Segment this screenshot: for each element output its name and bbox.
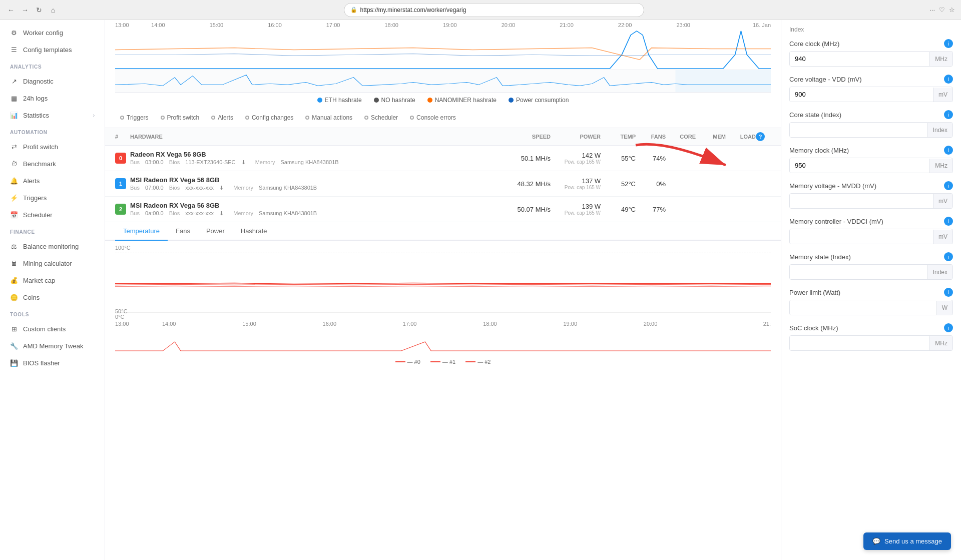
field-memory-controller-input[interactable] bbox=[790, 229, 933, 244]
help-icon[interactable]: ? bbox=[756, 132, 765, 141]
row-2-powcap: Pow. cap 165 W bbox=[551, 210, 601, 216]
row-2-details: Bus 0a:00.0 Bios xxx-xxx-xxx ⬇ Memory Sa… bbox=[130, 210, 501, 217]
browser-right-icons: ··· ♡ ☆ bbox=[929, 6, 955, 14]
row-2-power-val: 139 W bbox=[551, 203, 601, 210]
sidebar: ⚙ Worker config ☰ Config templates Analy… bbox=[0, 20, 105, 560]
sidebar-item-benchmark[interactable]: ⏱ Benchmark bbox=[0, 155, 105, 172]
table-row: 2 MSI Radeon RX Vega 56 8GB Bus 0a:00.0 … bbox=[105, 197, 781, 222]
tab-alerts[interactable]: Alerts bbox=[206, 112, 238, 124]
sidebar-item-triggers[interactable]: ⚡ Triggers bbox=[0, 189, 105, 206]
field-core-voltage-input-row: mV bbox=[789, 87, 953, 102]
tab-config-changes[interactable]: Config changes bbox=[240, 112, 298, 124]
home-button[interactable]: ⌂ bbox=[48, 5, 58, 15]
sidebar-item-24h-logs[interactable]: ▦ 24h logs bbox=[0, 90, 105, 107]
field-memory-state-info[interactable]: i bbox=[944, 252, 953, 261]
chat-button[interactable]: 💬 Send us a message bbox=[863, 532, 951, 550]
field-core-state-info[interactable]: i bbox=[944, 110, 953, 119]
sidebar-item-diagnostic[interactable]: ↗ Diagnostic bbox=[0, 73, 105, 90]
chart-legend: ETH hashrate NO hashrate NANOMINER hashr… bbox=[105, 93, 781, 108]
chat-icon: 💬 bbox=[872, 537, 880, 545]
row-2-power: 139 W Pow. cap 165 W bbox=[551, 203, 601, 216]
reload-button[interactable]: ↻ bbox=[34, 5, 44, 15]
field-core-voltage-input[interactable] bbox=[790, 87, 933, 102]
tab-hashrate[interactable]: Hashrate bbox=[233, 222, 275, 241]
field-core-voltage-info[interactable]: i bbox=[944, 75, 953, 84]
sidebar-item-profit-switch[interactable]: ⇄ Profit switch bbox=[0, 138, 105, 155]
table-row: 0 Radeon RX Vega 56 8GB Bus 03:00.0 Bios… bbox=[105, 146, 781, 171]
field-memory-voltage-info[interactable]: i bbox=[944, 181, 953, 190]
row-1-bios: xxx-xxx-xxx bbox=[185, 185, 214, 191]
temp-50c-label: 50°C bbox=[115, 308, 128, 314]
sidebar-item-coins[interactable]: 🪙 Coins bbox=[0, 289, 105, 306]
sidebar-item-worker-config[interactable]: ⚙ Worker config bbox=[0, 24, 105, 41]
row-2-fans: 77% bbox=[636, 206, 666, 213]
field-soc-clock-input[interactable] bbox=[790, 336, 929, 350]
tab-manual-actions[interactable]: Manual actions bbox=[300, 112, 357, 124]
sidebar-label-market-cap: Market cap bbox=[23, 277, 55, 284]
field-power-limit-info[interactable]: i bbox=[944, 288, 953, 297]
field-memory-voltage-label: Memory voltage - MVDD (mV) bbox=[789, 182, 876, 190]
field-memory-voltage: Memory voltage - MVDD (mV) i mV bbox=[789, 181, 953, 209]
sidebar-item-alerts[interactable]: 🔔 Alerts bbox=[0, 172, 105, 189]
tab-fans[interactable]: Fans bbox=[168, 222, 198, 241]
sidebar-label-bios: BIOS flasher bbox=[23, 359, 60, 367]
field-memory-clock-input[interactable] bbox=[790, 158, 929, 173]
no-hashrate-label: NO hashrate bbox=[381, 97, 415, 104]
back-button[interactable]: ← bbox=[6, 5, 16, 15]
tab-power[interactable]: Power bbox=[198, 222, 233, 241]
field-core-state: Core state (Index) i Index bbox=[789, 110, 953, 138]
mini-overview-chart bbox=[115, 70, 771, 93]
field-memory-clock-info[interactable]: i bbox=[944, 146, 953, 155]
field-memory-state-input[interactable] bbox=[790, 265, 927, 279]
col-mem-header: Mem bbox=[696, 134, 726, 140]
field-memory-controller-unit: mV bbox=[933, 230, 952, 244]
sidebar-item-statistics[interactable]: 📊 Statistics › bbox=[0, 107, 105, 124]
tab-profit-switch[interactable]: Profit switch bbox=[156, 112, 205, 124]
field-core-state-input-row: Index bbox=[789, 122, 953, 138]
bookmark-icon[interactable]: ♡ bbox=[939, 6, 945, 14]
amd-memory-icon: 🔧 bbox=[10, 342, 18, 350]
extensions-icon[interactable]: ··· bbox=[929, 6, 935, 14]
field-core-clock-input[interactable] bbox=[790, 52, 929, 66]
star-icon[interactable]: ☆ bbox=[949, 6, 955, 14]
col-load-header: Load bbox=[726, 134, 756, 140]
row-2-flash-icon[interactable]: ⬇ bbox=[219, 210, 224, 216]
temp-chart: 50°C bbox=[115, 253, 771, 313]
field-soc-clock-info[interactable]: i bbox=[944, 323, 953, 332]
tab-label-scheduler: Scheduler bbox=[371, 114, 398, 121]
tab-label-config-changes: Config changes bbox=[252, 114, 293, 121]
url-bar[interactable]: 🔒 https://my.minerstat.com/worker/vegari… bbox=[344, 3, 644, 17]
field-memory-voltage-input[interactable] bbox=[790, 194, 933, 208]
forward-button[interactable]: → bbox=[20, 5, 30, 15]
sidebar-item-bios-flasher[interactable]: 💾 BIOS flasher bbox=[0, 354, 105, 371]
sidebar-item-mining-calculator[interactable]: 🖩 Mining calculator bbox=[0, 255, 105, 272]
field-power-limit-input[interactable] bbox=[790, 300, 936, 315]
field-memory-state-unit: Index bbox=[927, 265, 952, 279]
sidebar-item-config-templates[interactable]: ☰ Config templates bbox=[0, 41, 105, 58]
field-memory-controller-info[interactable]: i bbox=[944, 217, 953, 226]
row-0-powcap: Pow. cap 165 W bbox=[551, 159, 601, 165]
sidebar-item-amd-memory-tweak[interactable]: 🔧 AMD Memory Tweak bbox=[0, 337, 105, 354]
row-1-flash-icon[interactable]: ⬇ bbox=[219, 185, 224, 191]
sidebar-item-balance-monitoring[interactable]: ⚖ Balance monitoring bbox=[0, 238, 105, 255]
row-2-temp: 49°C bbox=[601, 206, 636, 213]
tab-triggers[interactable]: Triggers bbox=[115, 112, 154, 124]
col-info-header: ? bbox=[756, 132, 771, 141]
col-core-header: Core bbox=[666, 134, 696, 140]
mini-bottom-svg bbox=[115, 332, 771, 357]
alerts-icon: 🔔 bbox=[10, 177, 18, 185]
browser-chrome: ← → ↻ ⌂ 🔒 https://my.minerstat.com/worke… bbox=[0, 0, 961, 20]
field-core-state-input[interactable] bbox=[790, 123, 927, 137]
tab-console-errors[interactable]: Console errors bbox=[405, 112, 461, 124]
field-core-state-unit: Index bbox=[927, 123, 952, 137]
field-core-clock-info[interactable]: i bbox=[944, 39, 953, 48]
field-memory-voltage-header: Memory voltage - MVDD (mV) i bbox=[789, 181, 953, 190]
row-0-flash-icon[interactable]: ⬇ bbox=[241, 159, 246, 165]
sidebar-item-market-cap[interactable]: 💰 Market cap bbox=[0, 272, 105, 289]
sidebar-item-scheduler[interactable]: 📅 Scheduler bbox=[0, 206, 105, 223]
sidebar-item-custom-clients[interactable]: ⊞ Custom clients bbox=[0, 320, 105, 337]
tab-temperature[interactable]: Temperature bbox=[115, 222, 168, 241]
row-0-name: Radeon RX Vega 56 8GB bbox=[130, 151, 501, 158]
tab-scheduler[interactable]: Scheduler bbox=[359, 112, 403, 124]
row-1-hardware: MSI Radeon RX Vega 56 8GB Bus 07:00.0 Bi… bbox=[130, 176, 501, 191]
